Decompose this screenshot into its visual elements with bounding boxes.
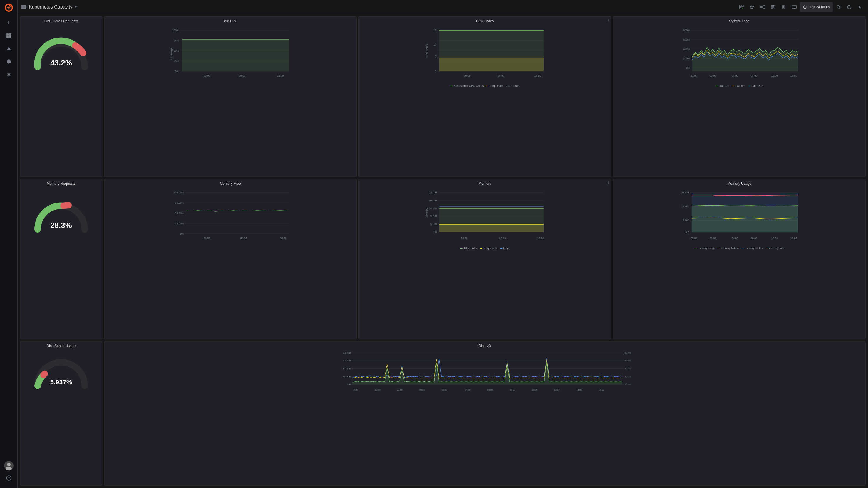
svg-text:75%: 75% — [174, 39, 179, 42]
svg-rect-16 — [22, 5, 24, 7]
svg-marker-121 — [439, 224, 544, 232]
svg-marker-72 — [439, 58, 544, 71]
svg-text:08:00: 08:00 — [751, 74, 757, 77]
svg-text:0 B: 0 B — [685, 231, 689, 234]
svg-text:00:00: 00:00 — [464, 74, 471, 77]
tv-button[interactable] — [789, 2, 799, 12]
panel-title-system-load: System Load — [616, 19, 863, 23]
svg-point-2 — [8, 7, 10, 8]
svg-text:100.00%: 100.00% — [174, 191, 184, 194]
star-button[interactable] — [747, 2, 756, 12]
svg-line-40 — [839, 8, 841, 9]
panel-title-memory-usage: Memory Usage — [616, 182, 863, 186]
svg-text:04:00: 04:00 — [732, 237, 738, 239]
svg-text:60 ms: 60 ms — [625, 352, 631, 354]
svg-text:20:00: 20:00 — [690, 237, 697, 239]
svg-text:0%: 0% — [180, 232, 184, 235]
svg-text:16:00: 16:00 — [280, 237, 287, 239]
svg-text:+: + — [742, 7, 743, 9]
svg-text:10: 10 — [433, 43, 436, 46]
settings-button[interactable] — [779, 2, 788, 12]
user-avatar[interactable] — [4, 461, 13, 470]
svg-text:0%: 0% — [686, 66, 690, 69]
legend-dot-load1m — [715, 86, 718, 86]
dashboard-title[interactable]: Kubernetes Capacity ▾ — [29, 4, 734, 10]
svg-rect-33 — [792, 5, 796, 8]
main-content: Kubernetes Capacity ▾ + — [18, 0, 868, 488]
sidebar-item-settings[interactable] — [3, 69, 15, 80]
svg-point-25 — [764, 5, 765, 6]
share-button[interactable] — [758, 2, 767, 12]
time-range-picker[interactable]: Last 24 hours — [800, 2, 833, 12]
svg-text:cpu usage: cpu usage — [170, 47, 173, 60]
svg-text:800%: 800% — [683, 29, 690, 32]
sidebar-item-help[interactable]: ? — [3, 473, 15, 483]
legend-limit-mem: Limit — [500, 247, 509, 250]
svg-text:02:00: 02:00 — [442, 388, 447, 391]
svg-text:5: 5 — [435, 55, 436, 58]
svg-text:12:00: 12:00 — [771, 74, 778, 77]
disk-gauge-svg: 5.937% — [32, 355, 91, 390]
save-button[interactable] — [768, 2, 778, 12]
grafana-logo[interactable] — [3, 2, 14, 13]
panel-idle-cpu: Idle CPU 100% 75% 50% 25% 0% cpu usa — [104, 17, 357, 177]
cpu-cores-chart: 15 10 5 0 CPU Cores 00:00 08:00 16:00 — [361, 24, 609, 83]
svg-marker-24 — [750, 5, 754, 9]
svg-rect-6 — [6, 33, 8, 35]
legend-mem-free: memory free — [766, 247, 784, 250]
svg-text:400%: 400% — [683, 47, 690, 51]
svg-text:977 KiB: 977 KiB — [343, 367, 351, 370]
time-range-label: Last 24 hours — [808, 5, 830, 9]
add-panel-button[interactable]: + — [737, 2, 746, 12]
svg-text:15: 15 — [433, 29, 436, 32]
svg-text:0 B: 0 B — [347, 383, 350, 386]
svg-text:0%: 0% — [175, 70, 179, 73]
sidebar-item-add[interactable]: + — [3, 18, 15, 28]
svg-text:20 ms: 20 ms — [625, 383, 631, 386]
panel-title-memory: Memory — [361, 182, 609, 186]
svg-text:16:00: 16:00 — [598, 388, 604, 391]
svg-text:1.9 MiB: 1.9 MiB — [343, 352, 351, 354]
svg-marker-166 — [352, 361, 622, 384]
svg-text:?: ? — [8, 477, 10, 480]
svg-text:08:00: 08:00 — [751, 237, 757, 239]
sidebar-item-explore[interactable] — [3, 43, 15, 54]
svg-line-29 — [762, 7, 764, 8]
memory-info-icon: ℹ — [608, 181, 609, 185]
memory-gauge-container: 28.3% — [23, 187, 100, 246]
more-button[interactable] — [855, 2, 865, 12]
legend-dot-allocatable-mem — [460, 248, 463, 249]
search-button[interactable] — [834, 2, 843, 12]
svg-text:100%: 100% — [172, 29, 179, 32]
legend-allocatable-cpu: Allocatable CPU Cores — [451, 84, 484, 88]
svg-text:14 GiB: 14 GiB — [429, 207, 437, 210]
cpu-cores-info-icon: ℹ — [608, 19, 609, 22]
svg-text:0: 0 — [435, 70, 436, 73]
svg-text:04:00: 04:00 — [732, 74, 738, 77]
svg-rect-19 — [24, 7, 26, 9]
memory-usage-legend: memory usage memory buffers memory cache… — [616, 247, 863, 250]
legend-dot-mem-free — [766, 248, 768, 249]
svg-text:Memory: Memory — [426, 207, 428, 217]
svg-rect-7 — [9, 33, 11, 35]
svg-text:50.00%: 50.00% — [175, 212, 184, 215]
svg-text:40 ms: 40 ms — [625, 367, 631, 370]
svg-rect-20 — [739, 5, 741, 7]
svg-text:1.4 MiB: 1.4 MiB — [343, 359, 351, 362]
panel-memory-usage: Memory Usage 28 GiB 19 GiB 9 GiB 0 B 20:… — [613, 179, 866, 339]
panel-disk-io: Disk I/O 1.9 MiB 1.4 MiB 977 KiB 488 KiB… — [104, 341, 866, 486]
sidebar-item-alerting[interactable] — [3, 56, 15, 67]
svg-text:00:00: 00:00 — [710, 74, 716, 77]
refresh-button[interactable] — [844, 2, 854, 12]
disk-io-chart: 1.9 MiB 1.4 MiB 977 KiB 488 KiB 0 B 60 m… — [107, 349, 863, 396]
svg-text:18:00: 18:00 — [352, 388, 358, 391]
svg-text:16:00: 16:00 — [790, 237, 797, 239]
disk-gauge-container: 5.937% — [23, 349, 100, 396]
idle-cpu-chart: 100% 75% 50% 25% 0% cpu usage 00:00 08:0… — [107, 24, 354, 83]
svg-text:12:00: 12:00 — [771, 237, 778, 239]
svg-point-12 — [7, 463, 10, 466]
sidebar-item-apps[interactable] — [3, 31, 15, 41]
svg-text:5.937%: 5.937% — [50, 379, 72, 386]
svg-text:12:00: 12:00 — [554, 388, 560, 391]
svg-line-28 — [762, 6, 764, 7]
